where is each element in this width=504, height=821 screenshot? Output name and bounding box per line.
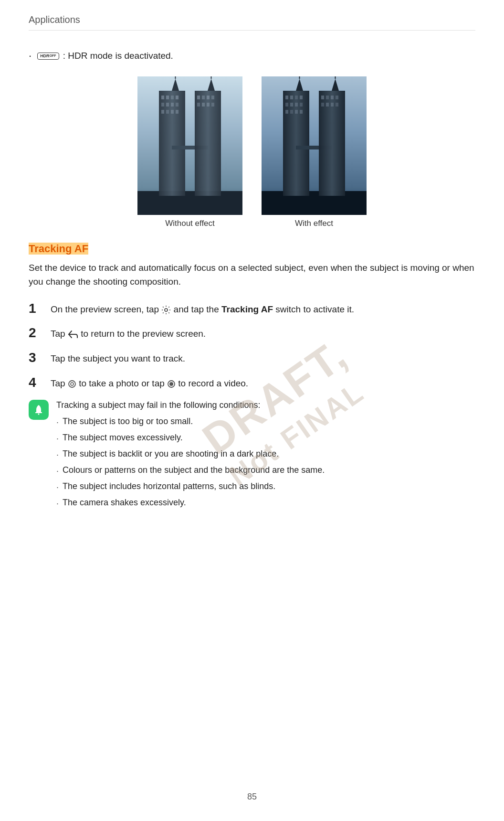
svg-rect-6 <box>176 96 178 99</box>
header-title: Applications <box>29 14 80 25</box>
notice-bullet-6: · The camera shakes excessively. <box>56 496 475 511</box>
without-effect-container: Without effect <box>137 76 242 228</box>
notice-bullet-2: · The subject moves excessively. <box>56 431 475 446</box>
svg-rect-18 <box>202 96 205 99</box>
notice-content: Tracking a subject may fail in the follo… <box>56 399 475 512</box>
tracking-af-heading: Tracking AF <box>29 243 88 255</box>
svg-rect-24 <box>211 103 214 107</box>
notice-bullet-5-text: The subject includes horizontal patterns… <box>63 480 275 493</box>
svg-rect-48 <box>331 96 334 99</box>
svg-rect-5 <box>171 96 174 99</box>
svg-rect-9 <box>171 103 174 107</box>
svg-rect-41 <box>290 110 293 114</box>
svg-rect-4 <box>166 96 169 99</box>
shutter-icon <box>68 380 76 388</box>
notice-bullet-2-text: The subject moves excessively. <box>63 431 183 445</box>
svg-rect-42 <box>295 110 298 114</box>
tracking-af-heading-wrapper: Tracking AF <box>29 243 475 255</box>
svg-rect-32 <box>285 96 288 99</box>
without-effect-caption: Without effect <box>165 219 215 228</box>
svg-rect-23 <box>207 103 210 107</box>
with-effect-image <box>262 76 367 215</box>
svg-rect-34 <box>295 96 298 99</box>
notice-bullet-1: · The subject is too big or too small. <box>56 415 475 429</box>
step-1: 1 On the preview screen, tap and tap the… <box>29 300 475 317</box>
notice-icon <box>29 400 49 420</box>
svg-rect-19 <box>207 96 210 99</box>
notice-bullet-4-text: Colours or patterns on the subject and t… <box>63 464 325 477</box>
gear-icon <box>161 305 171 315</box>
svg-rect-13 <box>171 110 174 114</box>
svg-rect-7 <box>161 103 164 107</box>
step-4: 4 Tap to take a photo or tap to record a… <box>29 374 475 391</box>
svg-rect-51 <box>326 103 329 107</box>
svg-rect-14 <box>176 110 178 114</box>
notice-title: Tracking a subject may fail in the follo… <box>56 399 475 412</box>
step-4-number: 4 <box>29 374 43 391</box>
bullet-dot-1: · <box>56 416 59 429</box>
bullet-dot: · <box>29 50 32 62</box>
back-icon <box>68 330 78 339</box>
svg-rect-11 <box>161 110 164 114</box>
step-2: 2 Tap to return to the preview screen. <box>29 325 475 341</box>
svg-rect-38 <box>295 103 298 107</box>
with-effect-container: With effect <box>262 76 367 228</box>
notice-bullet-4: · Colours or patterns on the subject and… <box>56 464 475 478</box>
svg-rect-1 <box>137 191 242 215</box>
svg-point-59 <box>69 381 75 387</box>
with-effect-caption: With effect <box>295 219 333 228</box>
svg-rect-40 <box>285 110 288 114</box>
notice-bullet-6-text: The camera shakes excessively. <box>63 496 186 510</box>
svg-rect-53 <box>336 103 338 107</box>
hdr-off-icon: HDR OFF <box>37 53 59 60</box>
bullet-dot-5: · <box>56 481 59 494</box>
images-row: Without effect <box>29 76 475 228</box>
step-2-text: Tap to return to the preview screen. <box>51 325 475 341</box>
notice-bullet-3: · The subject is backlit or you are shoo… <box>56 448 475 462</box>
step-3: 3 Tap the subject you want to track. <box>29 350 475 366</box>
svg-point-60 <box>71 383 74 385</box>
bell-icon <box>33 404 44 416</box>
step-2-number: 2 <box>29 325 43 341</box>
notice-bullet-3-text: The subject is backlit or you are shooti… <box>63 448 279 461</box>
notice-box: Tracking a subject may fail in the follo… <box>29 399 475 512</box>
svg-rect-3 <box>161 96 164 99</box>
step-3-text: Tap the subject you want to track. <box>51 350 475 365</box>
svg-rect-50 <box>321 103 324 107</box>
notice-bullet-1-text: The subject is too big or too small. <box>63 415 193 428</box>
svg-rect-46 <box>321 96 324 99</box>
step-3-number: 3 <box>29 350 43 366</box>
svg-rect-21 <box>197 103 200 107</box>
svg-rect-47 <box>326 96 329 99</box>
step-1-number: 1 <box>29 300 43 317</box>
svg-rect-20 <box>211 96 214 99</box>
bullet-dot-3: · <box>56 448 59 462</box>
hdr-bullet-text: : HDR mode is deactivated. <box>63 51 173 61</box>
step-1-bold: Tracking AF <box>221 304 273 314</box>
page-number: 85 <box>0 792 504 802</box>
svg-rect-17 <box>197 96 200 99</box>
notice-bullet-5: · The subject includes horizontal patter… <box>56 480 475 494</box>
svg-point-58 <box>165 309 168 311</box>
bullet-dot-4: · <box>56 465 59 478</box>
svg-point-62 <box>169 382 173 386</box>
bullet-dot-2: · <box>56 432 59 446</box>
svg-rect-12 <box>166 110 169 114</box>
step-4-text: Tap to take a photo or tap to record a v… <box>51 374 475 390</box>
step-1-text: On the preview screen, tap and tap the T… <box>51 300 475 316</box>
hdr-bullet-item: · HDR OFF : HDR mode is deactivated. <box>29 50 475 62</box>
svg-rect-52 <box>331 103 334 107</box>
record-icon <box>167 380 176 388</box>
bullet-dot-6: · <box>56 497 59 511</box>
svg-rect-49 <box>336 96 338 99</box>
svg-rect-43 <box>300 110 303 114</box>
svg-rect-22 <box>202 103 205 107</box>
svg-point-63 <box>38 414 40 415</box>
svg-rect-39 <box>300 103 303 107</box>
svg-rect-36 <box>285 103 288 107</box>
svg-rect-33 <box>290 96 293 99</box>
tracking-af-description: Set the device to track and automaticall… <box>29 261 475 289</box>
svg-rect-35 <box>300 96 303 99</box>
svg-rect-30 <box>262 191 367 215</box>
svg-rect-37 <box>290 103 293 107</box>
